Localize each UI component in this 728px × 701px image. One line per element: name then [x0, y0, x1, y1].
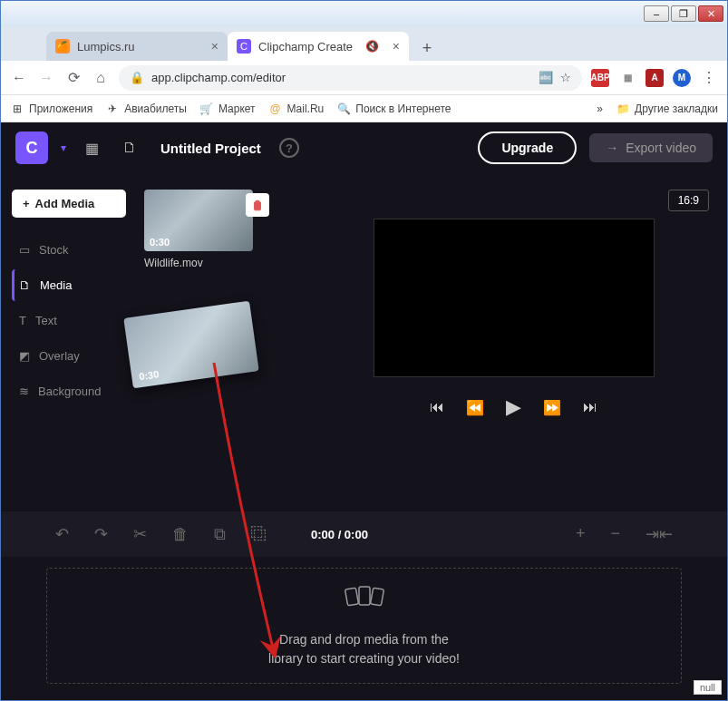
tab-title: Clipchamp Create [258, 40, 353, 54]
media-clip[interactable]: 0:30 Wildlife.mov [144, 190, 253, 269]
url-input[interactable]: 🔒 app.clipchamp.com/editor 🔤 ☆ [119, 65, 582, 91]
sidebar-item-label: Overlay [39, 349, 80, 363]
bookmark-label: Другие закладки [635, 102, 718, 115]
lock-icon: 🔒 [130, 71, 144, 84]
abp-extension-icon[interactable]: ABP [591, 69, 609, 87]
tab-close-icon[interactable]: × [393, 39, 400, 54]
browser-menu-icon[interactable]: ⋮ [700, 69, 718, 87]
bookmark-apps[interactable]: ⊞Приложения [10, 102, 92, 116]
sidebar-item-label: Text [35, 314, 57, 327]
trash-icon [251, 199, 264, 211]
export-arrow-icon: → [606, 141, 618, 155]
add-media-label: Add Media [35, 197, 95, 210]
forward-button[interactable]: → [37, 69, 55, 87]
bookmark-label: Mail.Ru [287, 102, 325, 115]
window-maximize-button[interactable]: ❐ [671, 5, 696, 22]
logo-chevron-icon[interactable]: ▾ [61, 141, 66, 154]
export-button[interactable]: → Export video [589, 133, 713, 162]
favicon-lumpics: 🍊 [55, 39, 70, 54]
delete-button[interactable]: 🗑 [172, 525, 189, 544]
sidebar-item-background[interactable]: ≋Background [12, 375, 126, 407]
aspect-ratio-badge[interactable]: 16:9 [668, 190, 709, 211]
duplicate-button[interactable]: ⿻ [251, 525, 267, 544]
bookmark-market[interactable]: 🛒Маркет [199, 102, 256, 116]
sidebar-item-label: Media [40, 278, 72, 292]
forward-button[interactable]: ⏩ [543, 399, 561, 416]
bookmark-label: Авиабилеты [124, 102, 187, 115]
sidebar-item-text[interactable]: TText [12, 305, 126, 336]
bookmarks-overflow[interactable]: » [597, 102, 603, 115]
media-icon: 🗋 [19, 278, 31, 292]
bookmark-label: Приложения [29, 102, 92, 115]
add-media-button[interactable]: + Add Media [12, 190, 126, 218]
help-icon[interactable]: ? [279, 138, 299, 158]
timeline-dropzone[interactable]: Drag and drop media from the library to … [46, 568, 682, 684]
dropzone-line2: library to start creating your video! [268, 649, 460, 668]
zoom-in-button[interactable]: + [576, 524, 586, 544]
play-button[interactable]: ▶ [506, 395, 521, 419]
redo-button[interactable]: ↷ [94, 524, 108, 544]
clip-duration: 0:30 [150, 237, 170, 248]
tab-title: Lumpics.ru [77, 40, 135, 54]
skip-start-button[interactable]: ⏮ [430, 399, 444, 415]
cut-button[interactable]: ✂ [133, 524, 147, 544]
tab-close-icon[interactable]: × [211, 39, 218, 54]
tab-lumpics[interactable]: 🍊 Lumpics.ru × [46, 32, 228, 61]
bookmark-avia[interactable]: ✈Авиабилеты [105, 102, 187, 116]
extension-icon[interactable]: ▦ [618, 69, 636, 87]
upgrade-button[interactable]: Upgrade [478, 131, 577, 164]
app-header: C ▾ ▦ 🗋 Untitled Project ? Upgrade → Exp… [1, 122, 727, 173]
profile-avatar[interactable]: M [673, 69, 691, 87]
bookmark-label: Маркет [218, 102, 256, 115]
bookmark-star-icon[interactable]: ☆ [560, 71, 571, 84]
timeline-toolbar: ↶ ↷ ✂ 🗑 ⧉ ⿻ 0:00 / 0:00 + − ⇥⇤ [1, 511, 727, 557]
overlay-icon: ◩ [19, 349, 30, 363]
home-button[interactable]: ⌂ [92, 69, 110, 87]
bookmark-other[interactable]: 📁Другие закладки [616, 102, 718, 116]
file-icon[interactable]: 🗋 [117, 135, 142, 161]
tab-mute-icon[interactable]: 🔇 [365, 40, 379, 53]
pdf-extension-icon[interactable]: A [645, 69, 664, 87]
fit-button[interactable]: ⇥⇤ [645, 524, 673, 544]
back-button[interactable]: ← [10, 69, 28, 87]
project-title[interactable]: Untitled Project [160, 141, 261, 156]
window-close-button[interactable]: ✕ [698, 5, 723, 22]
preview-area: 16:9 ⏮ ⏪ ▶ ⏩ ⏭ [300, 173, 727, 511]
null-badge: null [694, 680, 722, 695]
copy-button[interactable]: ⧉ [214, 525, 226, 544]
bookmark-mail[interactable]: @Mail.Ru [268, 102, 325, 116]
text-icon: T [19, 314, 26, 327]
rewind-button[interactable]: ⏪ [466, 399, 484, 416]
export-label: Export video [626, 141, 696, 155]
clip-filename: Wildlife.mov [144, 257, 253, 269]
zoom-out-button[interactable]: − [610, 524, 620, 544]
sidebar-item-label: Background [38, 385, 101, 398]
playback-controls: ⏮ ⏪ ▶ ⏩ ⏭ [430, 395, 597, 419]
sidebar-item-media[interactable]: 🗋Media [12, 269, 126, 301]
bookmark-label: Поиск в Интернете [355, 102, 451, 115]
sidebar-item-overlay[interactable]: ◩Overlay [12, 340, 126, 372]
svg-rect-1 [359, 587, 370, 605]
timeline-time: 0:00 / 0:00 [311, 528, 368, 541]
sidebar-item-stock[interactable]: ▭Stock [12, 234, 126, 266]
bookmarks-bar: ⊞Приложения ✈Авиабилеты 🛒Маркет @Mail.Ru… [1, 95, 727, 122]
address-bar: ← → ⟳ ⌂ 🔒 app.clipchamp.com/editor 🔤 ☆ A… [1, 61, 727, 95]
window-minimize-button[interactable]: – [644, 5, 669, 22]
translate-icon[interactable]: 🔤 [539, 71, 553, 84]
skip-end-button[interactable]: ⏭ [583, 399, 597, 415]
tab-clipchamp[interactable]: C Clipchamp Create 🔇 × [228, 32, 409, 61]
favicon-clipchamp: C [237, 39, 251, 54]
clip-thumbnail[interactable]: 0:30 [144, 190, 253, 251]
projects-icon[interactable]: ▦ [79, 135, 104, 161]
reload-button[interactable]: ⟳ [64, 69, 83, 87]
dropzone-line1: Drag and drop media from the [268, 630, 460, 649]
dropzone-text: Drag and drop media from the library to … [268, 630, 460, 668]
new-tab-button[interactable]: + [414, 35, 440, 61]
url-text: app.clipchamp.com/editor [151, 71, 286, 84]
undo-button[interactable]: ↶ [55, 524, 69, 544]
delete-clip-button[interactable] [246, 193, 269, 217]
app-logo[interactable]: C [15, 131, 48, 164]
video-preview[interactable] [374, 219, 655, 377]
window-titlebar: – ❐ ✕ [1, 1, 727, 26]
bookmark-search[interactable]: 🔍Поиск в Интернете [336, 102, 451, 116]
